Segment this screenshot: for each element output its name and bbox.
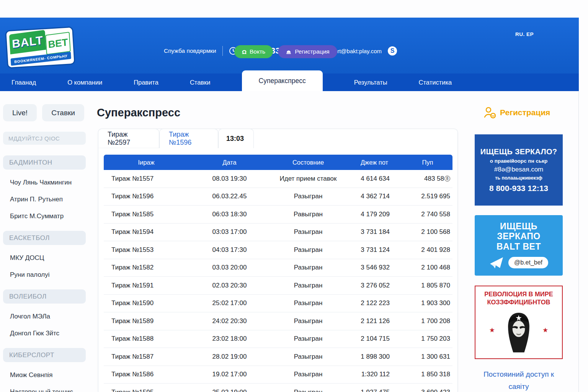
nav-item-правита[interactable]: Правита bbox=[134, 74, 158, 91]
permanent-access-link[interactable]: Постояиний доступ к саяіту bbox=[475, 368, 563, 392]
table-row[interactable]: Тираж №159102.03 20:30Разыгран3 276 0521… bbox=[104, 277, 452, 295]
cell-jackpot: 3 731 124 bbox=[346, 246, 403, 254]
sidebar-item[interactable]: МКУ ДОСЦ bbox=[3, 254, 92, 262]
sidebar-group-title[interactable]: БАДМИНТОН bbox=[3, 155, 86, 170]
sidebar-item[interactable]: Чоу Лянь Чакмингин bbox=[3, 179, 92, 186]
cell-pool: 1 850 318 bbox=[403, 371, 452, 378]
cell-jackpot: 1 927 475 bbox=[346, 389, 403, 392]
live-button[interactable]: Live! bbox=[3, 104, 37, 121]
nav-item-результаты[interactable]: Результаты bbox=[354, 74, 387, 91]
person-register-icon bbox=[483, 106, 497, 119]
sidebar-item[interactable]: Лочгол МЭЛа bbox=[3, 313, 92, 320]
login-button[interactable]: Ω Вокть bbox=[234, 45, 273, 58]
sidebar-group-title[interactable]: КИБЕРСЛОРТ bbox=[3, 348, 86, 362]
table-row[interactable]: Тираж №158619.02 17:00Разыгран1:320 1121… bbox=[104, 366, 452, 384]
sidebar-group: ВОЛЕИБОЛЛочгол МЭЛаДонгол Гюк Зйтс bbox=[3, 289, 92, 337]
baltbet-logo[interactable]: BALT BET BOOKMЯNEEM- COMPЬHУ bbox=[5, 26, 75, 69]
stakes-button[interactable]: Ставки bbox=[42, 104, 84, 121]
sidebar-filter-box[interactable]: МДДУІЙТСЈ QІОС bbox=[3, 132, 86, 145]
table-row[interactable]: Тираж №158728.02 19:00Разыгран1 898 3001… bbox=[104, 348, 452, 366]
cell-draw: Тираж №1587 bbox=[104, 353, 189, 361]
cell-status: Разыгран bbox=[270, 193, 346, 200]
table-row[interactable]: Тираж №155708.03 19:30Идет прием ставок4… bbox=[104, 170, 452, 188]
table-row[interactable]: Тираж №155304:03 17:30Разыгран3 731 1242… bbox=[104, 241, 452, 259]
tab-draw-1596[interactable]: Тираж №1596 bbox=[159, 129, 218, 148]
page-edge-divider bbox=[578, 91, 579, 392]
cell-draw: Тираж №1595 bbox=[104, 389, 189, 392]
sidebar-item[interactable]: Бритс М.Сумматр bbox=[3, 212, 92, 220]
register-label: Регистрация bbox=[295, 48, 330, 55]
cell-date: 28.02 19:00 bbox=[189, 353, 270, 361]
cell-date: 03.03 20:00 bbox=[189, 264, 270, 271]
main-navigation: ГпаанадО компанииПравитаСтавкиСуперакспр… bbox=[0, 74, 579, 91]
cell-status: Разыгран bbox=[270, 389, 346, 392]
nav-item-о компании[interactable]: О компании bbox=[67, 74, 102, 91]
cell-jackpot: 4 179 209 bbox=[346, 211, 403, 218]
register-button[interactable]: Регистрация bbox=[278, 45, 337, 58]
tab-time[interactable]: 13:03 bbox=[218, 129, 254, 148]
nav-item-ставки[interactable]: Ставки bbox=[190, 74, 211, 91]
mirror-banner-line2: о правеійоорс пн ськр bbox=[490, 158, 547, 164]
mirror-banner[interactable]: ИЩЕЩЬ ЗЕРКАЛО? о правеійоорс пн ськр #8ә… bbox=[475, 134, 563, 206]
sidebar-item[interactable]: Настопеьный тецнис bbox=[3, 388, 92, 392]
table-row[interactable]: Тираж №159403:03 17:00Разыгран3 731 1842… bbox=[104, 224, 452, 242]
sidebar-item[interactable]: Атрин П. Рутьнеп bbox=[3, 196, 92, 203]
cell-jackpot: 2 122 223 bbox=[346, 299, 403, 307]
skype-icon[interactable]: S bbox=[388, 46, 397, 56]
revolution-banner-line1: РЕВОЛІОЦИЯ В МИРЕ bbox=[475, 290, 562, 298]
table-column-header: Пуп bbox=[403, 159, 452, 166]
cell-date: 25:02 17:00 bbox=[189, 299, 270, 307]
tab-time-label: 13:03 bbox=[226, 135, 244, 143]
cell-pool: 1 300 631 bbox=[403, 353, 452, 361]
revolution-banner-line2: КОЗЗФФИЦИБНТОВ bbox=[475, 298, 562, 306]
logo-tagline: BOOKMЯNEEM- COMPЬHУ bbox=[11, 52, 71, 66]
cell-draw: Тираж №1553 bbox=[104, 246, 189, 254]
sidebar-group-title[interactable]: ВОЛЕИБОЛ bbox=[3, 289, 86, 304]
cell-pool: 2 100 468 bbox=[403, 264, 452, 271]
table-row[interactable]: Тираж №159525.02 19:00Разыгран1 927 4753… bbox=[104, 384, 452, 392]
table-row[interactable]: Тираж №158203.03 20:00Разыгран3 546 9322… bbox=[104, 259, 452, 277]
sidebar-item[interactable]: Руни палолуі bbox=[3, 271, 92, 279]
table-row[interactable]: Тираж №158823:02 18:00Разыгран2 104 7151… bbox=[104, 330, 452, 348]
sidebar-group: КИБЕРСЛОРТМиож СевнпіяНастопеьный тецнис bbox=[3, 348, 92, 392]
table-row[interactable]: Тираж №159606.03.22.45Разыгран4 362 7142… bbox=[104, 188, 452, 206]
telegram-handle: @b.et_bef bbox=[508, 257, 548, 268]
language-switcher[interactable]: RU. EP bbox=[515, 31, 534, 37]
sidebar-item[interactable]: Миож Севнпія bbox=[3, 371, 92, 379]
table-row[interactable]: Тираж №158924:02 20:30Разыгран2 121 1261… bbox=[104, 312, 452, 330]
bell-icon bbox=[286, 49, 292, 55]
cell-draw: Тираж №1596 bbox=[104, 193, 189, 200]
telegram-banner[interactable]: ИЩЕЩЬ ЗЕРКАПО BALT BET @b.et_bef bbox=[475, 215, 563, 276]
login-label: Вокть bbox=[250, 48, 265, 55]
table-header-row: ІиражДатаСостовниеДжеж потПуп bbox=[104, 155, 452, 170]
cell-date: 19.02 17:00 bbox=[189, 371, 270, 378]
cell-status: Разыгран bbox=[270, 264, 346, 271]
table-column-header: Іираж bbox=[104, 159, 189, 166]
nav-item-суперакспресс[interactable]: Суперакспресс bbox=[242, 70, 323, 91]
revolution-banner[interactable]: РЕВОЛІОЦИЯ В МИРЕ КОЗЗФФИЦИБНТОВ ★ ★ bbox=[475, 286, 563, 359]
nav-item-статистика[interactable]: Статистика bbox=[419, 74, 452, 91]
nav-item-гпаанад[interactable]: Гпаанад bbox=[11, 74, 36, 91]
cell-pool: 3 690 423 bbox=[403, 389, 452, 392]
cell-pool: 2 100 568 bbox=[403, 228, 452, 236]
mirror-banner-phone: 8 800-933 12:13 bbox=[489, 184, 548, 193]
sidebar-item[interactable]: Донгол Гюк Зйтс bbox=[3, 330, 92, 337]
cell-pool: 2 740 558 bbox=[403, 211, 452, 218]
header: BALT BET BOOKMЯNEEM- COMPЬHУ Спужба повд… bbox=[0, 18, 579, 91]
cell-status: Разыгран bbox=[270, 246, 346, 254]
tab-draw-2597[interactable]: Тираж №2597 bbox=[98, 129, 159, 148]
cell-jackpot: 2 121 126 bbox=[346, 317, 403, 325]
permanent-access-line2: саяіту bbox=[475, 381, 563, 392]
cell-pool: 1 805 870 bbox=[403, 282, 452, 289]
permanent-access-line1: Постояиний доступ к bbox=[475, 368, 563, 381]
cell-date: 24:02 20:30 bbox=[189, 317, 270, 325]
registration-link[interactable]: Регистрация bbox=[483, 106, 550, 119]
table-row[interactable]: Тираж №158506:03 18:30Равыгран4 179 2092… bbox=[104, 206, 452, 224]
mirror-banner-line4: ть полааьцживекзф bbox=[495, 175, 542, 181]
cell-status: Разыгран bbox=[270, 299, 346, 307]
cell-draw: Тираж №1591 bbox=[104, 282, 189, 289]
sidebar-group-title[interactable]: ЕАСКЕТБОЛ bbox=[3, 231, 86, 245]
table-row[interactable]: Тираж №159025:02 17:00Разыгран2 122 2231… bbox=[104, 295, 452, 313]
star-icon: ★ bbox=[542, 326, 548, 334]
support-label: Спужба повдярмки bbox=[164, 47, 216, 54]
